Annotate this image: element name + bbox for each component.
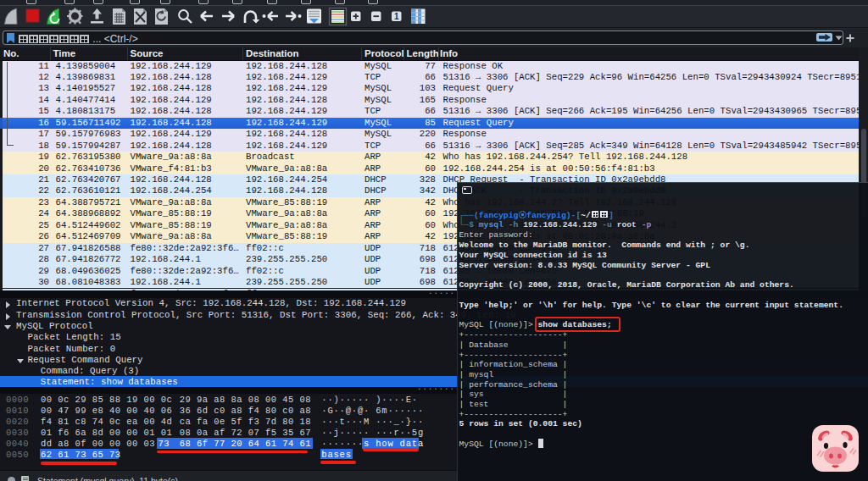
svg-text:1: 1	[394, 12, 399, 21]
